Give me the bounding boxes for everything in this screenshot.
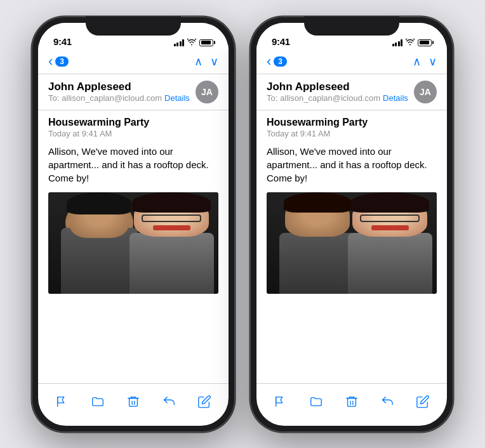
notch <box>86 16 181 36</box>
email-body-1: Allison, We've moved into our apartment.… <box>48 145 218 185</box>
battery-icon-2 <box>418 39 432 46</box>
reply-button-2[interactable] <box>376 390 399 413</box>
sender-name-2: John Appleseed <box>267 81 408 93</box>
screen-2: 9:41 <box>256 23 447 426</box>
phone-wrapper: 9:41 <box>32 16 453 432</box>
to-email-1: allison_caplan@icloud.com <box>62 93 162 103</box>
wifi-icon-1 <box>187 39 196 47</box>
email-content-1: Housewarming Party Today at 9:41 AM Alli… <box>38 110 229 383</box>
details-button-1[interactable]: Details <box>164 93 190 103</box>
email-image-1 <box>48 192 218 294</box>
email-header-1: John Appleseed To: allison_caplan@icloud… <box>38 74 229 110</box>
compose-button-1[interactable] <box>193 390 216 413</box>
nav-right-1: ∧ ∨ <box>194 55 218 69</box>
next-message-button-1[interactable]: ∨ <box>210 55 218 69</box>
nav-bar-1: ‹ 3 ∧ ∨ <box>38 51 229 74</box>
reply-icon-2 <box>380 395 394 409</box>
status-time-1: 9:41 <box>53 36 72 47</box>
svg-rect-5 <box>348 398 356 406</box>
to-label-1: To: <box>48 93 59 103</box>
trash-button-2[interactable] <box>340 390 363 413</box>
signal-icon-2 <box>392 39 403 46</box>
to-email-2: allison_caplan@icloud.com <box>280 93 380 103</box>
photo-sim-1 <box>48 192 218 294</box>
back-arrow-icon-2[interactable]: ‹ <box>267 55 271 69</box>
wifi-icon-2 <box>406 39 415 47</box>
phone-1: 9:41 <box>32 16 235 432</box>
back-arrow-icon-1[interactable]: ‹ <box>48 55 53 69</box>
details-button-2[interactable]: Details <box>383 93 408 103</box>
nav-left-1[interactable]: ‹ 3 <box>48 55 69 69</box>
email-content-2: Housewarming Party Today at 9:41 AM Alli… <box>256 110 447 383</box>
email-date-2: Today at 9:41 AM <box>267 129 437 138</box>
status-icons-2 <box>392 39 432 47</box>
signal-icon-1 <box>174 39 185 46</box>
folder-button-1[interactable] <box>86 390 109 413</box>
folder-icon-1 <box>91 395 105 409</box>
email-subject-1: Housewarming Party <box>48 117 218 128</box>
to-row-1: To: allison_caplan@icloud.com Details <box>48 93 190 103</box>
nav-bar-2: ‹ 3 ∧ ∨ <box>256 51 447 74</box>
avatar-1: JA <box>196 81 218 103</box>
phone-2: 9:41 <box>250 16 453 432</box>
previous-message-button-2[interactable]: ∧ <box>413 55 421 69</box>
reply-icon-1 <box>162 395 176 409</box>
email-date-1: Today at 9:41 AM <box>48 129 218 138</box>
reply-button-1[interactable] <box>157 390 180 413</box>
previous-message-button-1[interactable]: ∧ <box>194 55 203 69</box>
to-row-2: To: allison_caplan@icloud.com Details <box>267 93 408 103</box>
email-subject-2: Housewarming Party <box>267 117 437 128</box>
email-image-2 <box>267 192 437 294</box>
flag-icon-1 <box>55 395 69 409</box>
email-body-2: Allison, We've moved into our apartment.… <box>267 145 437 185</box>
battery-fill-1 <box>201 41 211 44</box>
to-label-2: To: <box>267 93 277 103</box>
status-time-2: 9:41 <box>272 36 290 47</box>
battery-fill-2 <box>420 41 429 44</box>
trash-icon-2 <box>345 395 359 409</box>
trash-icon-1 <box>126 395 140 409</box>
flag-button-2[interactable] <box>269 390 292 413</box>
status-icons-1 <box>174 39 214 47</box>
compose-icon-1 <box>197 395 211 409</box>
toolbar-2 <box>256 383 447 426</box>
svg-rect-1 <box>130 398 138 406</box>
nav-left-2[interactable]: ‹ 3 <box>267 55 287 69</box>
photo-sim-2 <box>267 192 437 294</box>
sender-name-1: John Appleseed <box>48 81 190 93</box>
battery-icon-1 <box>199 39 213 46</box>
compose-icon-2 <box>416 395 430 409</box>
inbox-badge-1[interactable]: 3 <box>55 56 69 67</box>
compose-button-2[interactable] <box>411 390 434 413</box>
folder-icon-2 <box>309 395 323 409</box>
sender-row-2: John Appleseed To: allison_caplan@icloud… <box>267 81 437 103</box>
toolbar-1 <box>38 383 229 426</box>
email-header-2: John Appleseed To: allison_caplan@icloud… <box>256 74 447 110</box>
avatar-2: JA <box>414 81 437 103</box>
nav-right-2: ∧ ∨ <box>413 55 437 69</box>
trash-button-1[interactable] <box>122 390 145 413</box>
notch-2 <box>304 16 399 36</box>
folder-button-2[interactable] <box>305 390 328 413</box>
sender-row-1: John Appleseed To: allison_caplan@icloud… <box>48 81 218 103</box>
inbox-badge-2[interactable]: 3 <box>274 56 287 67</box>
next-message-button-2[interactable]: ∨ <box>429 55 437 69</box>
screen-1: 9:41 <box>38 23 229 426</box>
flag-icon-2 <box>274 395 288 409</box>
flag-button-1[interactable] <box>51 390 74 413</box>
